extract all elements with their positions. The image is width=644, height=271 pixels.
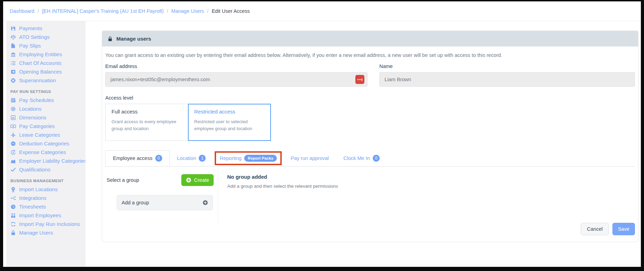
name-label: Name [379, 63, 635, 69]
breadcrumb-eh-internal-casper-s-training-au-1st-eh-payroll[interactable]: [EH INTERNAL] Casper's Training (AU 1st … [42, 8, 164, 14]
name-input-wrap [379, 72, 635, 87]
banknote-icon [10, 124, 16, 129]
sidebar-item-superannuation[interactable]: Superannuation [6, 76, 85, 85]
main-area: Manage users You can grant access to an … [85, 21, 641, 266]
lock-icon [10, 230, 16, 236]
sidebar-item-label: Timesheets [19, 204, 46, 210]
sidebar-item-label: Chart Of Accounts [19, 60, 61, 66]
floppy-icon [10, 26, 16, 31]
tab-count-badge: 1 [199, 155, 206, 162]
content-area: PaymentsATO SettingsPay SlipsEmploying E… [3, 21, 641, 266]
sidebar-item-deduction-categories[interactable]: Deduction Categories [6, 139, 85, 148]
breadcrumb-manage-users[interactable]: Manage Users [171, 8, 204, 14]
create-group-label: Create [194, 177, 209, 183]
sidebar-item-locations[interactable]: Locations [6, 104, 85, 113]
tab-label: Reporting [220, 155, 241, 161]
sidebar-item-pay-categories[interactable]: Pay Categories [6, 122, 85, 130]
sidebar: PaymentsATO SettingsPay SlipsEmploying E… [6, 21, 85, 266]
calendar-icon [10, 98, 16, 103]
sidebar-item-label: Locations [19, 106, 41, 112]
group-empty-state: No group added Add a group and then sele… [218, 167, 638, 223]
tab-label: Location [177, 155, 196, 161]
tab-location[interactable]: Location1 [170, 150, 213, 166]
autofill-extension-icon[interactable] [355, 75, 364, 84]
access-card-description: Grant access to every employee group and… [112, 118, 181, 132]
ledger-icon [10, 69, 16, 75]
sidebar-item-leave-categories[interactable]: Leave Categories [6, 130, 85, 139]
breadcrumb-separator: / [207, 8, 208, 14]
tab-count-badge: 0 [373, 155, 380, 162]
bank-icon [10, 52, 16, 57]
tab-label: Pay run approval [291, 155, 329, 161]
cancel-button[interactable]: Cancel [581, 223, 609, 235]
sidebar-item-dimensions[interactable]: Dimensions [6, 113, 85, 122]
access-level-label: Access level [105, 95, 635, 101]
app-window: Dashboard/[EH INTERNAL] Casper's Trainin… [3, 1, 641, 267]
list-icon [10, 60, 16, 66]
access-level-cards: Full access Grant access to every employ… [105, 104, 635, 141]
name-column: Name [379, 58, 635, 87]
sidebar-item-label: Import Locations [19, 186, 58, 192]
sidebar-item-manage-users[interactable]: Manage Users [6, 228, 85, 237]
group-section: Select a group Create Add a group N [102, 167, 638, 223]
create-group-button[interactable]: Create [181, 174, 214, 186]
sidebar-item-qualifications[interactable]: Qualifications [6, 165, 85, 174]
scales-icon [10, 34, 16, 40]
group-select-column: Select a group Create Add a group [102, 167, 218, 223]
panel-footer: Cancel Save [102, 223, 638, 242]
sidebar-item-pay-schedules[interactable]: Pay Schedules [6, 96, 85, 104]
sidebar-item-label: Integrations [19, 195, 46, 201]
add-group-field[interactable]: Add a group [117, 195, 213, 210]
sidebar-item-label: Import Employees [19, 212, 61, 218]
sidebar-item-chart-of-accounts[interactable]: Chart Of Accounts [6, 59, 85, 67]
sidebar-item-pay-slips[interactable]: Pay Slips [6, 41, 85, 50]
sidebar-item-import-employees[interactable]: Import Employees [6, 211, 85, 220]
sidebar-item-label: Pay Slips [19, 43, 41, 49]
breadcrumb-dashboard[interactable]: Dashboard [10, 8, 34, 14]
breadcrumb-separator: / [38, 8, 39, 14]
sidebar-item-label: Expense Categories [19, 149, 66, 155]
sidebar-item-label: ATO Settings [19, 34, 50, 40]
tab-pay-run-approval[interactable]: Pay run approval [283, 150, 336, 166]
access-card-full-access[interactable]: Full access Grant access to every employ… [105, 104, 188, 141]
sidebar-item-import-locations[interactable]: Import Locations [6, 185, 85, 194]
sidebar-item-ato-settings[interactable]: ATO Settings [6, 33, 85, 41]
save-button[interactable]: Save [612, 223, 635, 235]
sidebar-item-employing-entities[interactable]: Employing Entities [6, 50, 85, 59]
tab-clock-me-in[interactable]: Clock Me In0 [336, 150, 387, 166]
sidebar-section-pay-run-settings: PAY RUN SETTINGS [10, 90, 85, 94]
sidebar-item-label: Pay Schedules [19, 97, 54, 103]
plus-circle-icon [186, 177, 191, 183]
plus-circle-icon [203, 200, 208, 205]
panel-title: Manage users [116, 36, 151, 42]
sidebar-item-import-pay-run-inclusions[interactable]: Import Pay Run Inclusions [6, 220, 85, 228]
email-column: Email address [105, 58, 368, 87]
add-group-label: Add a group [122, 200, 149, 205]
sidebar-item-employer-liability-categories[interactable]: Employer Liability Categories [6, 156, 85, 165]
sidebar-item-payments[interactable]: Payments [6, 24, 85, 33]
access-card-title: Restricted access [194, 109, 265, 115]
sidebar-item-label: Deduction Categories [19, 141, 69, 146]
select-group-row: Select a group Create [107, 174, 214, 186]
sidebar-item-integrations[interactable]: Integrations [6, 194, 85, 202]
report-packs-pill: Report Packs [244, 155, 277, 162]
tab-label: Clock Me In [343, 155, 370, 161]
sidebar-item-label: Import Pay Run Inclusions [19, 221, 80, 227]
tab-reporting[interactable]: ReportingReport Packs [215, 151, 281, 165]
user-access-form: Email address Name [102, 58, 638, 141]
panel-description: You can grant access to an existing user… [105, 52, 635, 58]
lock-icon [107, 36, 113, 42]
plane-icon [10, 132, 16, 138]
sidebar-item-opening-balances[interactable]: Opening Balances [6, 67, 85, 76]
tab-employee-access[interactable]: Employee access0 [105, 150, 170, 166]
breadcrumb: Dashboard/[EH INTERNAL] Casper's Trainin… [3, 1, 641, 21]
sidebar-item-timesheets[interactable]: Timesheets [6, 202, 85, 211]
bar-chart-icon [10, 115, 16, 120]
name-field[interactable] [379, 72, 635, 87]
access-card-restricted-access[interactable]: Restricted access Restricted user to sel… [188, 104, 271, 141]
sidebar-item-expense-categories[interactable]: $Expense Categories [6, 148, 85, 156]
select-group-label: Select a group [107, 177, 139, 183]
sidebar-item-label: Employer Liability Categories [19, 158, 85, 164]
file-icon [10, 43, 16, 49]
email-field[interactable] [105, 72, 368, 87]
